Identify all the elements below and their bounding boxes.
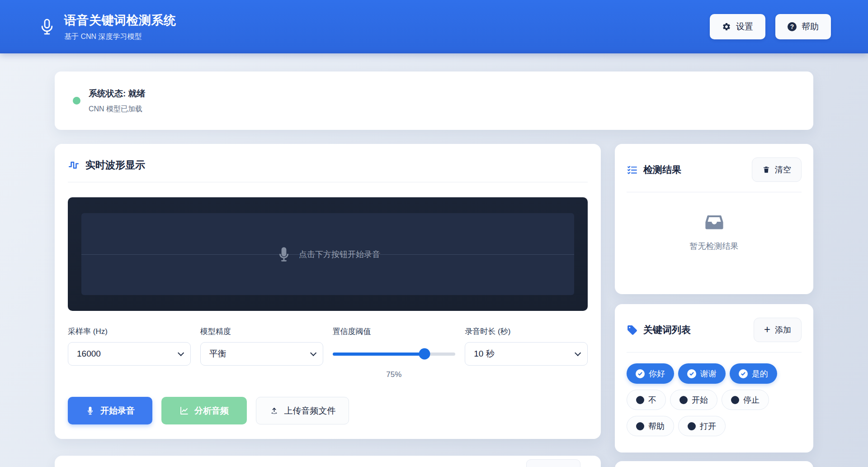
dot-icon <box>679 396 688 404</box>
checklist-icon <box>627 164 638 176</box>
keyword-chip-inactive[interactable]: 打开 <box>678 416 726 436</box>
results-empty-state: 暂无检测结果 <box>627 211 802 252</box>
keyword-chip-label: 开始 <box>692 395 708 405</box>
detection-results-card: 检测结果 清空 暂无检测结果 <box>615 144 813 294</box>
app-brand: 语音关键词检测系统 基于 CNN 深度学习模型 <box>38 12 176 42</box>
chevron-down-icon <box>178 350 184 356</box>
confidence-slider-fill <box>333 353 425 356</box>
confidence-slider[interactable] <box>333 353 456 356</box>
trash-icon <box>762 166 770 174</box>
confidence-slider-thumb[interactable] <box>419 348 430 360</box>
keyword-list-card: 关键词列表 + 添加 你好 <box>615 304 813 453</box>
check-circle-icon <box>636 369 645 378</box>
add-keyword-label: 添加 <box>775 324 791 335</box>
analyze-audio-label: 分析音频 <box>194 405 229 417</box>
waveform-card-title: 实时波形显示 <box>85 158 145 172</box>
sample-rate-value: 16000 <box>77 349 101 359</box>
keyword-chip-label: 你好 <box>649 368 665 379</box>
microphone-logo-icon <box>38 18 56 36</box>
settings-button-label: 设置 <box>736 21 753 33</box>
waveform-placeholder-text: 点击下方按钮开始录音 <box>299 249 380 260</box>
keyword-chip-label: 打开 <box>700 421 716 432</box>
dot-icon <box>688 422 696 430</box>
detection-results-title: 检测结果 <box>643 163 681 176</box>
question-icon: ? <box>788 22 797 31</box>
pulse-wave-icon <box>68 159 80 171</box>
model-precision-value: 平衡 <box>209 348 226 360</box>
results-empty-text: 暂无检测结果 <box>690 241 739 252</box>
model-loaded-text: CNN 模型已加载 <box>89 105 146 114</box>
keyword-chip-active[interactable]: 你好 <box>627 363 674 384</box>
record-duration-value: 10 秒 <box>474 348 494 360</box>
partial-button[interactable] <box>526 459 580 467</box>
plus-icon: + <box>764 324 770 335</box>
gear-icon <box>722 22 731 31</box>
sample-rate-select[interactable]: 16000 <box>68 342 191 366</box>
analyze-audio-button[interactable]: 分析音频 <box>161 397 247 424</box>
model-precision-select[interactable]: 平衡 <box>200 342 323 366</box>
dot-icon <box>731 396 739 404</box>
chart-line-icon <box>179 406 189 415</box>
confidence-value-text: 75% <box>333 370 456 379</box>
page-subtitle: 基于 CNN 深度学习模型 <box>64 32 176 42</box>
history-card-partial <box>55 456 601 467</box>
microphone-icon <box>85 406 95 415</box>
inbox-icon <box>703 211 725 233</box>
keyword-chip-inactive[interactable]: 开始 <box>670 390 717 410</box>
clear-results-button[interactable]: 清空 <box>752 157 802 182</box>
confidence-threshold-label: 置信度阈值 <box>333 326 456 337</box>
microphone-placeholder-icon <box>275 246 292 263</box>
record-duration-label: 录音时长 (秒) <box>465 326 588 337</box>
chevron-down-icon <box>310 350 316 356</box>
sample-rate-label: 采样率 (Hz) <box>68 326 191 337</box>
keyword-chip-inactive[interactable]: 帮助 <box>627 416 674 436</box>
keyword-chip-inactive[interactable]: 停止 <box>722 390 769 410</box>
system-status-text: 系统状态: 就绪 <box>89 88 146 100</box>
waveform-card: 实时波形显示 点击下方按钮开始录音 <box>55 144 601 439</box>
check-circle-icon <box>739 369 748 378</box>
upload-audio-button[interactable]: 上传音频文件 <box>256 397 349 424</box>
divider <box>627 192 802 192</box>
chevron-down-icon <box>575 350 581 356</box>
record-duration-select[interactable]: 10 秒 <box>465 342 588 366</box>
clear-results-label: 清空 <box>775 164 791 175</box>
add-keyword-button[interactable]: + 添加 <box>754 318 802 342</box>
model-precision-label: 模型精度 <box>200 326 323 337</box>
page-title: 语音关键词检测系统 <box>64 12 176 29</box>
keyword-chip-active[interactable]: 谢谢 <box>678 363 726 384</box>
keyword-chip-active[interactable]: 是的 <box>730 363 777 384</box>
keyword-chip-inactive[interactable]: 不 <box>627 390 666 410</box>
keyword-chip-label: 帮助 <box>648 421 665 432</box>
divider <box>68 182 588 182</box>
help-button[interactable]: ? 帮助 <box>775 14 831 39</box>
check-circle-icon <box>687 369 696 378</box>
side-card-partial <box>615 461 813 467</box>
system-status-card: 系统状态: 就绪 CNN 模型已加载 <box>55 71 813 130</box>
start-recording-button[interactable]: 开始录音 <box>68 397 152 424</box>
keyword-list-title: 关键词列表 <box>643 324 691 336</box>
keyword-chip-label: 谢谢 <box>700 368 717 379</box>
start-recording-label: 开始录音 <box>100 405 135 417</box>
keyword-chip-label: 是的 <box>752 368 768 379</box>
status-dot-icon <box>73 97 80 105</box>
upload-audio-label: 上传音频文件 <box>284 405 336 417</box>
tag-icon <box>627 324 638 336</box>
dot-icon <box>636 396 644 404</box>
upload-icon <box>269 406 279 415</box>
waveform-display: 点击下方按钮开始录音 <box>68 197 588 311</box>
settings-button[interactable]: 设置 <box>710 14 765 39</box>
help-button-label: 帮助 <box>802 21 819 33</box>
keyword-chip-label: 不 <box>648 395 656 405</box>
app-header: 语音关键词检测系统 基于 CNN 深度学习模型 设置 ? 帮助 <box>0 0 868 53</box>
divider <box>627 352 802 353</box>
dot-icon <box>636 422 644 430</box>
keyword-chip-label: 停止 <box>743 395 760 405</box>
